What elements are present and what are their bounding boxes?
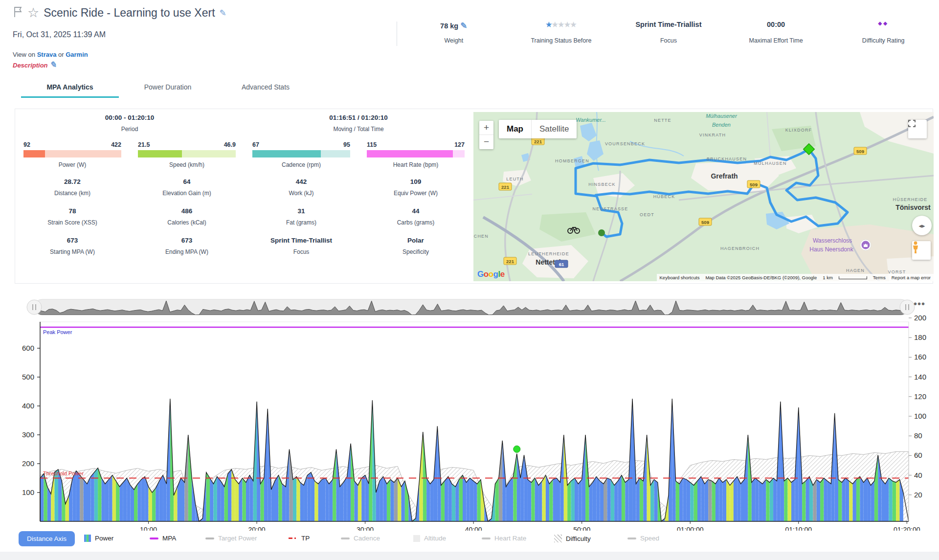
scrubber-handle-right[interactable] xyxy=(900,300,915,314)
legend-item-mpa[interactable]: MPA xyxy=(150,535,176,542)
range-speedkmh: 21.546.9Speed (km/h) xyxy=(130,141,244,168)
road-badge: 221 xyxy=(501,184,510,190)
threshold-power-label: Threshold Power xyxy=(43,470,84,476)
terms-link[interactable]: Terms xyxy=(873,275,886,280)
zoom-in-button[interactable]: + xyxy=(479,121,493,135)
flag-icon[interactable] xyxy=(13,6,23,20)
legend-box-icon xyxy=(413,535,420,542)
map-label: BRUCKHAUSEN xyxy=(707,157,747,161)
star-1-icon[interactable]: ★ xyxy=(546,21,552,28)
edit-weight-icon[interactable]: ✎ xyxy=(460,21,467,30)
right-axis-tick: 140 xyxy=(914,373,926,381)
report-map-error-link[interactable]: Report a map error xyxy=(892,275,931,280)
map-label: HAGENBROICH xyxy=(720,246,760,251)
legend-item-heart-rate[interactable]: Heart Rate xyxy=(482,535,526,542)
chart-menu-icon[interactable]: ••• xyxy=(914,298,925,310)
right-axis-tick: 180 xyxy=(914,333,926,341)
summary-weight: 78 kg ✎ Weight xyxy=(400,21,508,44)
garmin-link[interactable]: Garmin xyxy=(66,51,88,58)
mpa-chart[interactable]: Threshold PowerPeak Power600500400300200… xyxy=(0,293,939,531)
road-badge: 61 xyxy=(559,262,564,267)
stats-row-2: 78Strain Score (XSS)486Calories (kCal)31… xyxy=(15,207,473,226)
edit-title-icon[interactable]: ✎ xyxy=(220,8,226,18)
right-axis-tick: 200 xyxy=(914,314,926,322)
star-5-icon[interactable]: ★ xyxy=(570,21,577,28)
peak-power-label: Peak Power xyxy=(43,329,72,335)
training-status-stars[interactable]: ★★★★★ xyxy=(508,21,615,30)
pegman-control[interactable] xyxy=(912,241,931,260)
edit-description-icon[interactable]: ✎ xyxy=(49,60,56,69)
activity-date: Fri, Oct 31, 2025 11:39 AM xyxy=(13,30,226,39)
stat-cell: 28.72Distance (km) xyxy=(15,178,130,197)
strava-link[interactable]: Strava xyxy=(37,51,57,58)
legend-item-speed[interactable]: Speed xyxy=(627,535,659,542)
legend-line-icon xyxy=(482,538,491,539)
map-scale-bar xyxy=(839,276,867,279)
stat-period: 00:00 - 01:20:10Period xyxy=(15,114,244,133)
legend-item-tp[interactable]: TP xyxy=(289,535,310,542)
selection-marker-dot[interactable] xyxy=(514,446,520,452)
satellite-button[interactable]: Satellite xyxy=(532,120,577,138)
map-label: HAGEN xyxy=(846,268,865,273)
map-zoom-control[interactable]: + − xyxy=(479,121,493,149)
stat-cell: PolarSpecificity xyxy=(358,237,473,255)
tab-power-duration[interactable]: Power Duration xyxy=(119,79,217,98)
tab-mpa-analytics[interactable]: MPA Analytics xyxy=(21,79,119,98)
star-3-icon[interactable]: ★ xyxy=(558,21,564,28)
left-axis-tick: 500 xyxy=(22,373,34,381)
road-badge: 221 xyxy=(534,139,542,144)
map-label: RCHEN xyxy=(473,234,489,239)
route-start-marker[interactable] xyxy=(598,229,605,236)
tab-advanced-stats[interactable]: Advanced Stats xyxy=(217,79,314,98)
right-axis-tick: 80 xyxy=(914,431,922,440)
stats-card: 00:00 - 01:20:10Period01:16:51 / 01:20:1… xyxy=(15,109,933,284)
map-label: HOMBERGEN xyxy=(555,158,589,163)
map-scale-label: 1 km xyxy=(823,275,833,280)
distance-axis-button[interactable]: Distance Axis xyxy=(19,531,75,546)
map-label: VINKRATH xyxy=(699,133,726,137)
map-label: KLIXDORF xyxy=(785,128,812,133)
zoom-out-button[interactable]: − xyxy=(479,135,493,149)
range-bar xyxy=(23,150,121,157)
description-link[interactable]: Description ✎ xyxy=(13,60,226,70)
legend-line-icon xyxy=(150,538,158,539)
right-axis-tick: 160 xyxy=(914,353,926,361)
star-4-icon[interactable]: ★ xyxy=(564,21,571,28)
fullscreen-button[interactable] xyxy=(908,120,927,138)
road-badge: 509 xyxy=(701,220,709,225)
legend-item-power[interactable]: Power xyxy=(84,535,113,542)
view-on-links: View on Strava or Garmin xyxy=(13,51,226,58)
legend-dash-icon xyxy=(289,538,297,539)
pan-control[interactable]: ◂▸ xyxy=(912,216,932,235)
map-label: LEUTH xyxy=(506,177,524,181)
legend-hatch-icon xyxy=(554,535,562,542)
keyboard-shortcuts-link[interactable]: Keyboard shortcuts xyxy=(660,275,700,280)
google-logo[interactable]: Google xyxy=(477,269,505,279)
left-axis-tick: 100 xyxy=(22,488,34,496)
star-2-icon[interactable]: ★ xyxy=(552,21,559,28)
legend-item-target-power[interactable]: Target Power xyxy=(205,535,257,542)
footer-strip xyxy=(0,552,939,560)
xert-activity-page: { "header": { "title": "Scenic Ride - Le… xyxy=(0,0,939,560)
legend-item-altitude[interactable]: Altitude xyxy=(413,535,446,542)
route-map[interactable]: Wankumer...NETTEMülhausenerBendenKLIXDOR… xyxy=(473,112,934,281)
stats-header-row: 00:00 - 01:20:10Period01:16:51 / 01:20:1… xyxy=(15,114,473,133)
map-label: Wankumer... xyxy=(576,117,606,123)
map-label: Haus Neersdonk xyxy=(809,246,853,253)
summary-maximal-effort: 00:00 Maximal Effort Time xyxy=(722,21,830,44)
range-bar xyxy=(367,150,465,157)
road-badge: 221 xyxy=(506,259,514,264)
summary-focus: Sprint Time-Triallist Focus xyxy=(615,21,722,44)
stats-row-3: 673Starting MPA (W)673Ending MPA (W)Spri… xyxy=(15,237,473,255)
map-attribution: Keyboard shortcuts Map Data ©2025 GeoBas… xyxy=(657,274,934,281)
scrubber-handle-left[interactable] xyxy=(27,300,42,314)
stat-cell: 673Starting MPA (W) xyxy=(15,237,130,255)
map-label: NEUSTRASSE xyxy=(592,206,628,211)
legend-item-difficulty[interactable]: Difficulty xyxy=(554,535,591,542)
map-type-control[interactable]: Map Satellite xyxy=(499,120,577,138)
map-button[interactable]: Map xyxy=(499,120,532,138)
left-axis-tick: 200 xyxy=(22,459,34,468)
legend-item-cadence[interactable]: Cadence xyxy=(341,535,380,542)
star-icon[interactable]: ☆ xyxy=(27,7,39,19)
left-axis-tick: 300 xyxy=(22,430,34,439)
